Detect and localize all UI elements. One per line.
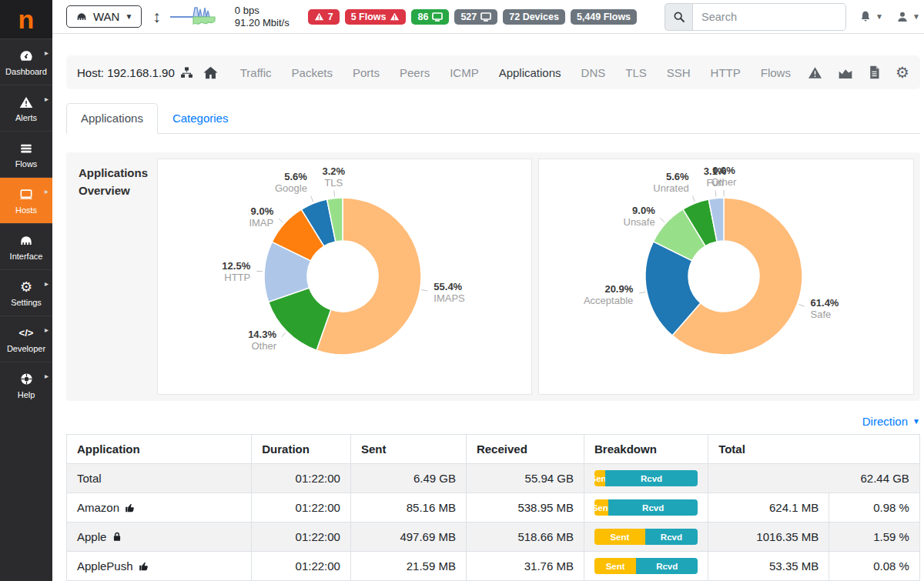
topbar: WAN ▼ ↕ 0 bps 91.20 Mbit/s 7 5 Flows xyxy=(52,0,924,34)
duration-cell: 01:22:00 xyxy=(252,464,351,493)
topbar-right: ▼ ▼ xyxy=(665,3,920,31)
chevron-right-icon: ▸ xyxy=(45,95,49,103)
alerts-icon[interactable] xyxy=(808,66,822,79)
breakdown-bar: Sent Rcvd xyxy=(594,470,698,486)
settings-gear-icon[interactable]: ⚙ xyxy=(896,65,909,80)
applications-donut-chart: 55.4%IMAPS14.3%Other12.5%HTTP9.0%IMAP5.6… xyxy=(158,159,526,394)
search-icon[interactable] xyxy=(665,3,692,31)
bell-icon xyxy=(859,9,872,24)
report-icon[interactable] xyxy=(869,65,880,79)
sidebar-item-hosts[interactable]: Hosts ▸ xyxy=(0,177,52,223)
categories-donut-panel: 61.4%Safe20.9%Acceptable9.0%Unsafe5.6%Un… xyxy=(538,159,913,395)
host-nav-dns[interactable]: DNS xyxy=(581,66,606,79)
home-icon[interactable] xyxy=(203,65,219,80)
ntopng-logo[interactable]: n xyxy=(0,0,52,38)
sitemap-icon[interactable] xyxy=(180,66,193,79)
sidebar-item-help[interactable]: Help ▸ xyxy=(0,362,52,408)
host-nav-http[interactable]: HTTP xyxy=(711,66,741,79)
warning-icon xyxy=(314,12,324,21)
col-breakdown: Breakdown xyxy=(584,435,708,464)
donut-label: 14.3% xyxy=(248,329,276,340)
sidebar-item-interface[interactable]: Interface xyxy=(0,223,52,269)
sidebar-item-flows[interactable]: Flows xyxy=(0,131,52,177)
monitor-icon xyxy=(480,12,491,22)
label-leader-line xyxy=(640,292,646,293)
throughput-sparkline xyxy=(170,2,227,32)
sent-cell: 6.49 GB xyxy=(350,464,466,493)
throughput-readout: 0 bps 91.20 Mbit/s xyxy=(235,5,290,29)
main-column: WAN ▼ ↕ 0 bps 91.20 Mbit/s 7 5 Flows xyxy=(52,0,924,581)
devices-badge[interactable]: 72 Devices xyxy=(503,9,565,25)
user-menu[interactable]: ▼ xyxy=(896,10,920,24)
host-nav-tls[interactable]: TLS xyxy=(625,66,647,79)
host-nav-packets[interactable]: Packets xyxy=(292,66,333,79)
host-nav-ssh[interactable]: SSH xyxy=(667,66,691,79)
host-nav-applications[interactable]: Applications xyxy=(499,66,561,79)
chart-icon[interactable] xyxy=(838,66,853,79)
donut-label: 55.4% xyxy=(434,281,462,292)
app-name-text: Total xyxy=(77,472,102,485)
host-nav-icmp[interactable]: ICMP xyxy=(450,66,479,79)
direction-row: Direction ▼ xyxy=(66,415,920,428)
breakdown-rcvd: Rcvd xyxy=(608,499,698,516)
alerted-flows-badge[interactable]: 5 Flows xyxy=(345,9,407,25)
donut-label: 12.5% xyxy=(222,260,250,272)
alerts-badge[interactable]: 7 xyxy=(308,9,340,25)
sent-cell: 21.59 MB xyxy=(350,552,466,581)
table-row-apple: Apple 01:22:00 497.69 MB 518.66 MB Sent … xyxy=(67,523,920,552)
alerted-flows-count: 5 Flows xyxy=(351,12,387,22)
sidebar-item-developer[interactable]: </> Developer ▸ xyxy=(0,316,52,362)
flows-badge[interactable]: 5,449 Flows xyxy=(571,9,637,25)
chevron-down-icon: ▼ xyxy=(912,12,920,21)
label-leader-line xyxy=(716,191,717,197)
applications-overview-section: Applications Overview 55.4%IMAPS14.3%Oth… xyxy=(66,152,920,401)
donut-label: Unrated xyxy=(654,182,689,194)
breakdown-rcvd: Rcvd xyxy=(605,470,698,486)
col-total: Total xyxy=(708,435,920,464)
donut-label: 0.0% xyxy=(713,165,736,176)
tab-categories[interactable]: Categories xyxy=(158,103,243,133)
warning-icon xyxy=(18,95,34,110)
sidebar-item-dashboard[interactable]: Dashboard ▸ xyxy=(0,38,52,85)
received-cell: 31.76 MB xyxy=(466,552,584,581)
sidebar-item-label: Interface xyxy=(10,252,43,261)
chevron-right-icon: ▸ xyxy=(45,372,49,380)
donut-label: Other xyxy=(251,340,276,352)
sidebar-item-alerts[interactable]: Alerts ▸ xyxy=(0,85,52,131)
duration-cell: 01:22:00 xyxy=(252,552,351,581)
thumbs-up-icon xyxy=(125,503,136,513)
interface-select[interactable]: WAN ▼ xyxy=(66,5,142,28)
chevron-down-icon: ▼ xyxy=(912,417,920,426)
donut-label: IMAP xyxy=(249,217,273,229)
donut-label: Unsafe xyxy=(624,216,655,228)
label-leader-line xyxy=(693,196,695,202)
throughput-current: 0 bps xyxy=(235,5,290,17)
host-nav-peers[interactable]: Peers xyxy=(400,66,430,79)
host-header-bar: Host: 192.168.1.90 Traffic Packets Ports… xyxy=(66,55,920,89)
host-nav-flows[interactable]: Flows xyxy=(761,66,791,79)
host-title: Host: 192.168.1.90 xyxy=(77,66,193,79)
received-cell: 55.94 GB xyxy=(466,464,584,493)
host-nav-traffic[interactable]: Traffic xyxy=(240,66,272,79)
donut-label: Google xyxy=(275,182,307,194)
donut-label: 5.6% xyxy=(284,171,307,182)
donut-label: 20.9% xyxy=(605,283,634,295)
label-leader-line xyxy=(661,218,665,222)
tab-applications[interactable]: Applications xyxy=(66,103,158,134)
search-input[interactable] xyxy=(692,3,846,31)
search-group xyxy=(665,3,846,31)
notifications-menu[interactable]: ▼ xyxy=(859,9,883,24)
table-header-row: Application Duration Sent Received Break… xyxy=(67,435,920,464)
label-leader-line xyxy=(311,196,313,202)
breakdown-sent: Sent xyxy=(594,558,636,574)
ethernet-hub-icon xyxy=(75,11,88,23)
breakdown-rcvd: Rcvd xyxy=(645,529,698,545)
host-nav-ports[interactable]: Ports xyxy=(353,66,380,79)
hosts-badge[interactable]: 527 xyxy=(454,9,497,25)
direction-dropdown[interactable]: Direction ▼ xyxy=(862,415,920,428)
thumbs-up-icon xyxy=(139,561,149,572)
sidebar-item-settings[interactable]: ⚙ Settings ▸ xyxy=(0,269,52,316)
active-hosts-badge[interactable]: 86 xyxy=(411,9,449,25)
sidebar-item-label: Dashboard xyxy=(5,67,47,76)
applications-donut-panel: 55.4%IMAPS14.3%Other12.5%HTTP9.0%IMAP5.6… xyxy=(157,159,532,395)
